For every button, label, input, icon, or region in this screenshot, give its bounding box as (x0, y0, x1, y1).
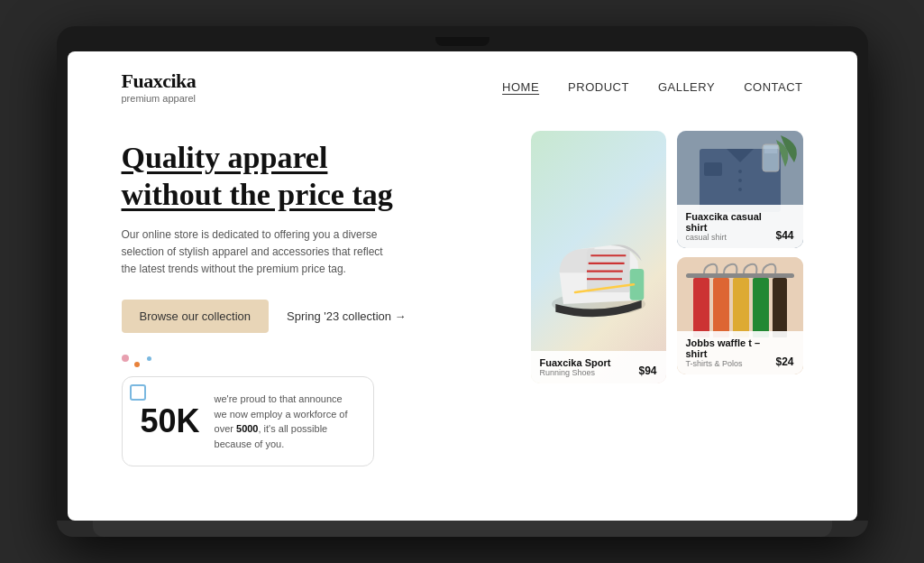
product-card-shirt[interactable]: Fuaxcika casual shirt casual shirt $44 (677, 131, 803, 248)
product-category-tshirt: T-shirts & Polos (686, 359, 776, 368)
stats-number: 50K (141, 402, 200, 440)
svg-rect-14 (764, 146, 777, 153)
nav-contact[interactable]: CONTACT (744, 80, 802, 94)
product-price-tshirt: $24 (775, 355, 793, 368)
product-card-shoe[interactable]: Fuaxcika Sport Running Shoes $94 (531, 131, 666, 383)
product-category-shoe: Running Shoes (540, 368, 611, 377)
hero-description: Our online store is dedicated to offerin… (122, 226, 392, 279)
hero-title-line1: Quality apparel (122, 141, 328, 174)
laptop-base-inner (93, 521, 832, 537)
screen: Fuaxcika premium apparel HOME PRODUCT GA… (68, 51, 857, 521)
product-col-side: Fuaxcika casual shirt casual shirt $44 (677, 131, 803, 383)
header: Fuaxcika premium apparel HOME PRODUCT GA… (68, 51, 857, 122)
dot-blue (147, 356, 151, 361)
dot-orange (134, 362, 140, 367)
logo-tagline: premium apparel (122, 93, 197, 104)
svg-rect-18 (713, 278, 729, 337)
laptop-notch (435, 37, 489, 46)
product-name-shirt: Fuaxcika casual shirt (686, 211, 776, 233)
dot-pink (122, 355, 129, 362)
shoe-illustration (531, 131, 666, 383)
nav-product[interactable]: PRODUCT (568, 80, 629, 94)
logo-name: Fuaxcika (122, 69, 197, 93)
product-info-shoe: Fuaxcika Sport Running Shoes $94 (531, 351, 666, 383)
svg-point-10 (738, 170, 742, 173)
product-price-shoe: $94 (638, 365, 656, 377)
product-col-main: Fuaxcika Sport Running Shoes $94 (531, 131, 666, 383)
svg-rect-9 (704, 162, 722, 176)
product-details-shirt: Fuaxcika casual shirt casual shirt (686, 211, 776, 242)
main-nav: HOME PRODUCT GALLERY CONTACT (502, 80, 802, 94)
products-section: Fuaxcika Sport Running Shoes $94 (531, 131, 803, 383)
stats-card: 50K we're proud to that announce we now … (122, 376, 374, 466)
product-name-tshirt: Jobbs waffle t – shirt (686, 337, 776, 359)
logo-area: Fuaxcika premium apparel (122, 69, 197, 104)
svg-rect-20 (753, 278, 769, 337)
svg-rect-21 (773, 278, 787, 337)
laptop-shell: Fuaxcika premium apparel HOME PRODUCT GA… (57, 26, 868, 537)
product-details-shoe: Fuaxcika Sport Running Shoes (540, 357, 611, 377)
website: Fuaxcika premium apparel HOME PRODUCT GA… (68, 51, 857, 521)
main-content: Quality apparel without the price tag Ou… (68, 122, 857, 521)
product-info-shirt: Fuaxcika casual shirt casual shirt $44 (677, 205, 803, 248)
svg-rect-19 (733, 278, 749, 337)
svg-rect-17 (693, 278, 709, 337)
product-name-shoe: Fuaxcika Sport (540, 357, 611, 368)
product-info-tshirt: Jobbs waffle t – shirt T-shirts & Polos … (677, 331, 803, 374)
left-content: Quality apparel without the price tag Ou… (122, 131, 495, 466)
stats-text: we're proud to that announce we now empl… (215, 392, 355, 451)
cta-row: Browse our collection Spring '23 collect… (122, 300, 495, 333)
product-details-tshirt: Jobbs waffle t – shirt T-shirts & Polos (686, 337, 776, 368)
spring-collection-button[interactable]: Spring '23 collection → (287, 309, 407, 323)
stats-highlight: 5000 (236, 423, 258, 434)
nav-gallery[interactable]: GALLERY (658, 80, 715, 94)
hero-title: Quality apparel without the price tag (122, 140, 495, 214)
svg-point-12 (738, 188, 742, 191)
decorative-dots (122, 355, 176, 373)
svg-rect-16 (686, 273, 794, 278)
product-price-shirt: $44 (775, 229, 793, 242)
laptop-base (57, 521, 868, 537)
browse-collection-button[interactable]: Browse our collection (122, 300, 270, 333)
nav-home[interactable]: HOME (502, 80, 539, 94)
product-card-tshirt[interactable]: Jobbs waffle t – shirt T-shirts & Polos … (677, 257, 803, 374)
svg-point-11 (738, 179, 742, 182)
product-category-shirt: casual shirt (686, 233, 776, 242)
hero-title-line2: without the price tag (122, 178, 393, 211)
